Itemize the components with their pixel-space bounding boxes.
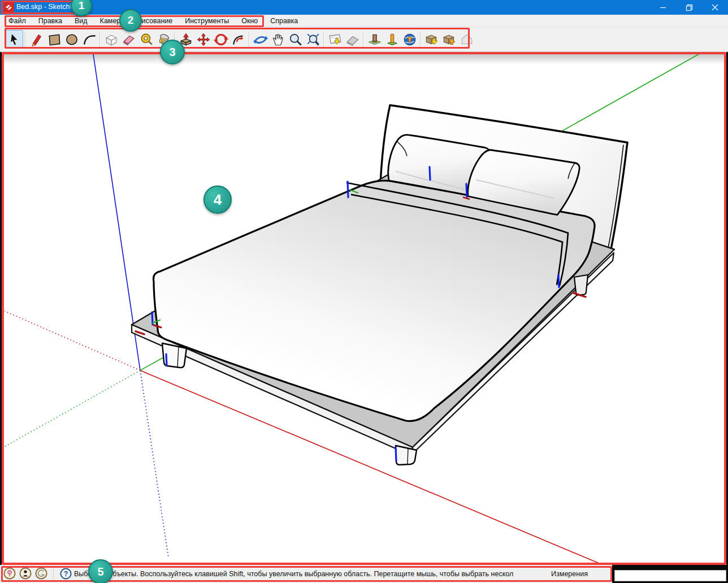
add-new-building-icon xyxy=(385,32,400,47)
tool-get-models[interactable] xyxy=(423,30,440,49)
toolbar-separator xyxy=(323,32,324,47)
menu-view[interactable]: Вид xyxy=(68,15,94,27)
toolbar-separator xyxy=(363,32,364,47)
tool-push-pull[interactable] xyxy=(177,30,194,49)
3d-viewport[interactable] xyxy=(2,52,726,565)
tool-share-model[interactable] xyxy=(440,30,458,49)
tool-eraser[interactable] xyxy=(120,30,137,49)
tape-measure-icon xyxy=(139,32,154,47)
tool-pan[interactable] xyxy=(269,30,287,49)
get-models-icon xyxy=(424,32,439,47)
menu-camera[interactable]: Камера xyxy=(94,15,131,27)
circle-icon xyxy=(64,32,79,47)
tool-zoom[interactable] xyxy=(287,30,304,49)
pan-hand-icon xyxy=(271,32,285,47)
menu-bar: Файл Правка Вид Камера Рисование Инструм… xyxy=(0,15,728,27)
toolbar-separator xyxy=(25,32,26,47)
tool-photo-textures[interactable] xyxy=(366,30,383,49)
tool-warehouse-disabled xyxy=(458,30,475,49)
toggle-terrain-icon xyxy=(345,32,360,47)
tool-rectangle[interactable] xyxy=(45,30,63,49)
tool-add-new-building[interactable] xyxy=(383,30,401,49)
menu-draw[interactable]: Рисование xyxy=(131,15,179,27)
claim-credit-status-icon[interactable] xyxy=(19,567,32,580)
menu-window[interactable]: Окно xyxy=(235,15,264,27)
minimize-icon xyxy=(660,4,666,11)
arc-icon xyxy=(82,32,97,47)
minimize-button[interactable] xyxy=(650,0,676,15)
make-component-icon xyxy=(104,32,119,47)
menu-edit[interactable]: Правка xyxy=(32,15,68,27)
photo-textures-icon xyxy=(367,32,382,47)
tool-preview-google-earth[interactable] xyxy=(401,30,418,49)
tool-arc[interactable] xyxy=(80,30,98,49)
help-icon[interactable]: ? xyxy=(60,568,72,580)
geolocation-status-icon[interactable] xyxy=(3,567,16,580)
share-model-icon xyxy=(442,32,457,47)
menu-help[interactable]: Справка xyxy=(264,15,304,27)
toolbar-separator xyxy=(99,32,101,47)
tool-add-location[interactable] xyxy=(326,30,344,49)
add-location-icon xyxy=(328,32,343,47)
sketchup-window: Bed.skp - SketchUp Pro Файл Правка Вид К… xyxy=(0,0,728,583)
sketchup-logo-icon xyxy=(3,2,14,12)
orbit-icon xyxy=(253,32,268,47)
tool-offset[interactable] xyxy=(229,30,247,49)
select-arrow-icon xyxy=(7,32,22,47)
tool-toggle-terrain[interactable] xyxy=(344,30,361,49)
menu-tools[interactable]: Инструменты xyxy=(179,15,235,27)
toolbar-separator xyxy=(174,32,175,47)
google-earth-icon xyxy=(402,32,417,47)
close-icon xyxy=(712,4,718,11)
eraser-icon xyxy=(122,32,136,47)
statusbar-separator xyxy=(53,567,54,580)
toolbar-separator xyxy=(420,32,421,47)
push-pull-icon xyxy=(179,32,193,47)
rectangle-icon xyxy=(47,32,62,47)
restore-icon xyxy=(686,4,693,11)
restore-button[interactable] xyxy=(676,0,702,15)
warehouse-house-icon xyxy=(460,32,474,47)
status-message: Выберите объекты. Воспользуйтесь клавише… xyxy=(74,570,532,578)
pencil-icon xyxy=(29,32,44,47)
status-bar: ? Выберите объекты. Воспользуйтесь клави… xyxy=(0,565,728,583)
tool-tape-measure[interactable] xyxy=(137,30,155,49)
account-status-icon[interactable] xyxy=(35,567,47,580)
svg-text:?: ? xyxy=(64,569,68,577)
tool-orbit[interactable] xyxy=(252,30,269,49)
paint-bucket-icon xyxy=(157,32,171,47)
getting-started-toolbar xyxy=(0,27,728,52)
offset-icon xyxy=(231,32,246,47)
toolbar-separator xyxy=(249,32,250,47)
zoom-extents-icon xyxy=(306,32,320,47)
tool-paint-bucket[interactable] xyxy=(155,30,172,49)
measurements-input[interactable] xyxy=(614,570,726,581)
title-bar: Bed.skp - SketchUp Pro xyxy=(0,0,728,15)
tool-move[interactable] xyxy=(194,30,212,49)
rotate-icon xyxy=(214,32,228,47)
zoom-icon xyxy=(288,32,303,47)
tool-line[interactable] xyxy=(28,30,45,49)
close-button[interactable] xyxy=(702,0,728,15)
tool-make-component[interactable] xyxy=(102,30,120,49)
menu-file[interactable]: Файл xyxy=(2,15,32,27)
tool-select[interactable] xyxy=(6,30,23,49)
measurements-label: Измерения xyxy=(531,570,608,578)
window-title: Bed.skp - SketchUp Pro xyxy=(16,3,92,11)
tool-circle[interactable] xyxy=(63,30,80,49)
tool-rotate[interactable] xyxy=(212,30,229,49)
tool-zoom-extents[interactable] xyxy=(304,30,322,49)
move-icon xyxy=(196,32,211,47)
